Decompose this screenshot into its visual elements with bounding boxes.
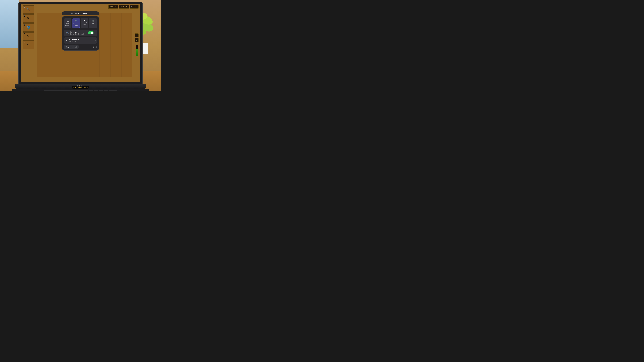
key-backspace[interactable]	[109, 89, 117, 90]
controls-row-icon: 🎮	[66, 31, 69, 34]
key[interactable]	[99, 89, 103, 90]
dashboard-chevron: ∧	[90, 12, 90, 14]
key[interactable]	[74, 89, 78, 90]
screen-size-row[interactable]: ⊞ Screen size Resizable ›	[64, 37, 97, 44]
screen-size-chevron: ›	[95, 39, 96, 41]
key[interactable]	[89, 89, 94, 90]
toolbar-qa-label: ToolbarHidden	[65, 23, 70, 26]
gamepad-icon: 🎮	[70, 12, 73, 14]
keyboard	[12, 89, 149, 90]
controls-qa-icon: 🎮	[74, 19, 78, 22]
key[interactable]	[54, 89, 59, 90]
bottom-icon-group: ℹ ⚙	[93, 46, 97, 48]
toolbar-action-btn[interactable]: ☰ ToolbarHidden	[64, 18, 72, 28]
controls-qa-label: ControlsVisible	[73, 23, 79, 27]
record-qa-label: Recordgame	[82, 22, 87, 26]
settings-button[interactable]: ⚙	[95, 46, 97, 48]
screenshot-action-btn[interactable]: 📷 Takescreenshot	[89, 18, 97, 28]
window-background	[0, 0, 19, 48]
screenshot-qa-label: Takescreenshot	[90, 22, 96, 26]
bottom-actions: Send feedback ℹ ⚙	[64, 45, 97, 49]
controls-chevron: ›	[95, 32, 96, 34]
game-dashboard-bar[interactable]: 🎮 Game dashboard ∧	[62, 11, 99, 15]
fullhd-badge: FULL HD • 1080 •	[72, 86, 89, 89]
key[interactable]	[49, 89, 54, 90]
game-screen[interactable]: 1 🔨 2 ⛏ 3 🪣 4 ⛏ 5 ⛏	[21, 3, 140, 82]
record-action-btn[interactable]: ⏺ Recordgame	[81, 18, 88, 28]
info-button[interactable]: ℹ	[93, 46, 94, 48]
screen-bezel: 1 🔨 2 ⛏ 3 🪣 4 ⛏ 5 ⛏	[21, 3, 140, 82]
controls-row[interactable]: 🎮 Controls On for Stardew Valley ›	[64, 30, 97, 36]
game-dashboard-wrapper: 🎮 Game dashboard ∧ ☰ ToolbarHidden 🎮	[62, 11, 99, 51]
key[interactable]	[104, 89, 108, 90]
toolbar-qa-icon: ☰	[66, 19, 69, 22]
key[interactable]	[79, 89, 84, 90]
screen-size-text: Screen size Resizable	[69, 38, 94, 42]
key[interactable]	[94, 89, 98, 90]
controls-subtitle: On for Stardew Valley	[70, 33, 86, 35]
controls-title: Controls	[70, 31, 86, 33]
key[interactable]	[44, 89, 49, 90]
game-dashboard-label: Game dashboard	[74, 12, 89, 14]
controls-action-btn[interactable]: 🎮 ControlsVisible	[72, 18, 80, 28]
controls-toggle[interactable]	[88, 31, 94, 34]
key-row-1	[15, 89, 146, 90]
screen-size-subtitle: Resizable	[69, 41, 94, 42]
key[interactable]	[84, 89, 88, 90]
key[interactable]	[64, 89, 69, 90]
dashboard-panel: ☰ ToolbarHidden 🎮 ControlsVisible ⏺ Reco…	[62, 16, 99, 51]
key[interactable]	[59, 89, 64, 90]
screenshot-qa-icon: 📷	[92, 19, 94, 22]
controls-text: Controls On for Stardew Valley	[70, 31, 86, 35]
laptop-body: 1 🔨 2 ⛏ 3 🪣 4 ⛏ 5 ⛏	[18, 1, 143, 85]
screen-size-icon: ⊞	[66, 39, 68, 42]
send-feedback-button[interactable]: Send feedback	[64, 45, 79, 49]
quick-actions-row: ☰ ToolbarHidden 🎮 ControlsVisible ⏺ Reco…	[64, 18, 97, 28]
record-qa-icon: ⏺	[84, 19, 85, 21]
screen-size-title: Screen size	[69, 38, 94, 41]
key[interactable]	[69, 89, 74, 90]
